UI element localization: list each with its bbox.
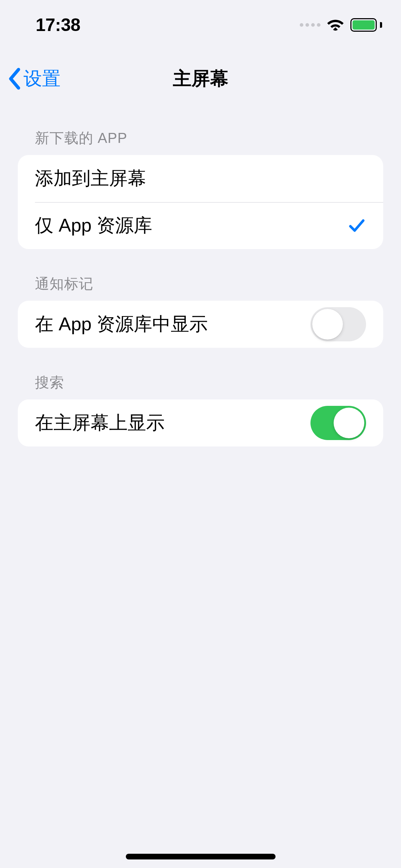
- cellular-signal-icon: [300, 23, 320, 27]
- checkmark-icon: [348, 216, 366, 235]
- status-bar: 17:38: [0, 0, 401, 50]
- home-indicator[interactable]: [126, 854, 276, 859]
- back-button[interactable]: 设置: [8, 66, 61, 91]
- section-header-badges: 通知标记: [18, 249, 383, 301]
- content: 新下载的 APP 添加到主屏幕 仅 App 资源库 通知标记 在 App 资源库…: [0, 110, 401, 446]
- option-label: 仅 App 资源库: [35, 213, 152, 238]
- group-search: 在主屏幕上显示: [18, 399, 383, 446]
- toggle-show-in-library[interactable]: [310, 307, 366, 341]
- back-label: 设置: [24, 66, 61, 91]
- toggle-show-on-home[interactable]: [310, 406, 366, 440]
- chevron-left-icon: [8, 67, 21, 90]
- row-show-in-library: 在 App 资源库中显示: [18, 301, 383, 348]
- page-title: 主屏幕: [173, 66, 228, 91]
- row-label: 在 App 资源库中显示: [35, 312, 208, 337]
- option-label: 添加到主屏幕: [35, 166, 146, 191]
- option-app-library-only[interactable]: 仅 App 资源库: [18, 202, 383, 249]
- section-header-search: 搜索: [18, 348, 383, 399]
- status-right: [300, 18, 380, 32]
- section-header-new-apps: 新下载的 APP: [18, 110, 383, 155]
- row-show-on-home: 在主屏幕上显示: [18, 399, 383, 446]
- row-label: 在主屏幕上显示: [35, 410, 165, 435]
- battery-icon: [350, 18, 380, 32]
- option-add-to-home[interactable]: 添加到主屏幕: [18, 155, 383, 202]
- group-new-apps: 添加到主屏幕 仅 App 资源库: [18, 155, 383, 249]
- status-time: 17:38: [36, 15, 80, 35]
- nav-bar: 设置 主屏幕: [0, 55, 401, 102]
- wifi-icon: [326, 18, 345, 32]
- group-badges: 在 App 资源库中显示: [18, 301, 383, 348]
